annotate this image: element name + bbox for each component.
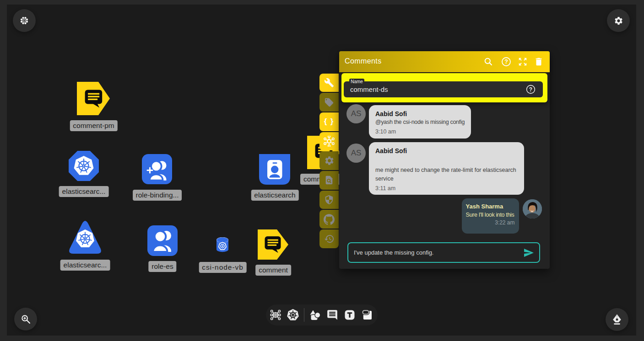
svg-text:?: ?	[504, 59, 508, 65]
svg-text:?: ?	[529, 86, 532, 93]
